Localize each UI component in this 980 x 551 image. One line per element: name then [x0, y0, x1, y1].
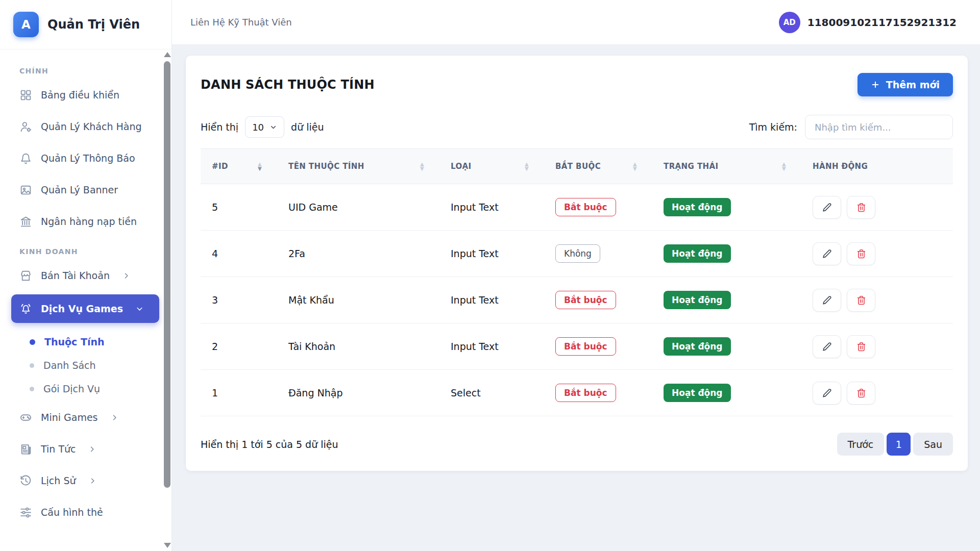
cell-id: 3 [201, 277, 277, 323]
cell-name: Đăng Nhập [277, 370, 439, 416]
delete-button[interactable] [847, 196, 875, 219]
cell-id: 2 [201, 323, 277, 370]
submenu-item-danh-sach[interactable]: Danh Sách [11, 354, 159, 377]
search-control: Tìm kiếm: [749, 115, 953, 139]
trash-icon [856, 248, 867, 259]
sidebar-item-mini-games[interactable]: Mini Games [11, 405, 159, 430]
sidebar-item-customers[interactable]: Quản Lý Khách Hàng [11, 114, 159, 139]
cell-actions [801, 323, 953, 370]
cell-required: Bắt buộc [544, 370, 652, 416]
sliders-icon [19, 506, 32, 519]
row-actions [813, 289, 942, 312]
scroll-down-arrow-icon[interactable] [164, 543, 171, 548]
section-label: CHÍNH [19, 67, 159, 75]
sidebar-item-sell-accounts[interactable]: Bán Tài Khoản [11, 263, 159, 288]
status-badge: Hoạt động [664, 244, 731, 263]
add-new-button[interactable]: Thêm mới [857, 73, 953, 96]
page-length-select[interactable]: 10 [245, 116, 284, 138]
delete-button[interactable] [847, 382, 875, 405]
pencil-icon [822, 202, 832, 213]
attributes-table: #ID▲▼TÊN THUỘC TÍNH▲▼LOẠI▲▼BẮT BUỘC▲▼TRẠ… [201, 148, 953, 416]
search-input[interactable] [805, 115, 953, 139]
row-actions [813, 196, 942, 219]
submenu-item-label: Gói Dịch Vụ [43, 383, 100, 394]
cell-status: Hoạt động [652, 277, 801, 323]
sidebar-nav: CHÍNHBảng điều khiểnQuản Lý Khách HàngQu… [0, 49, 172, 525]
sidebar-item-bank-topup[interactable]: Ngân hàng nạp tiền [11, 209, 159, 234]
table-row: 2Tài KhoảnInput TextBắt buộcHoạt động [201, 323, 953, 370]
sidebar-item-news[interactable]: Tin Tức [11, 436, 159, 462]
plus-icon [871, 80, 880, 89]
required-badge: Không [555, 244, 600, 263]
trash-icon [856, 295, 867, 306]
user-gear-icon [19, 120, 32, 133]
required-badge: Bắt buộc [555, 198, 616, 216]
cell-type: Input Text [439, 277, 544, 323]
delete-button[interactable] [847, 242, 875, 265]
table-row: 3Mật KhẩuInput TextBắt buộcHoạt động [201, 277, 953, 323]
chevron-right-icon [121, 271, 131, 281]
prev-page-button[interactable]: Trước [837, 433, 885, 456]
chevron-down-icon [270, 123, 277, 131]
edit-button[interactable] [813, 289, 841, 312]
column-header-lo-i[interactable]: LOẠI▲▼ [439, 149, 544, 184]
sidebar-item-card-config[interactable]: Cấu hình thẻ [11, 499, 159, 525]
cell-status: Hoạt động [652, 323, 801, 370]
sidebar-section: KINH DOANHBán Tài KhoảnDịch Vụ GamesThuộ… [11, 247, 159, 525]
edit-button[interactable] [813, 382, 841, 405]
scroll-up-arrow-icon[interactable] [164, 52, 171, 57]
length-value: 10 [252, 122, 264, 133]
main-area: Liên Hệ Kỹ Thuật Viên AD 118009102117152… [172, 0, 980, 551]
column-header-b-t-bu-c[interactable]: BẮT BUỘC▲▼ [544, 149, 652, 184]
chevron-right-icon [88, 476, 97, 486]
table-footer: Hiển thị 1 tới 5 của 5 dữ liệu Trước 1 S… [201, 416, 953, 456]
news-icon [19, 443, 32, 456]
sort-arrows-icon[interactable]: ▲▼ [782, 162, 786, 171]
edit-button[interactable] [813, 196, 841, 219]
sidebar-item-label: Lịch Sử [41, 475, 76, 486]
user-menu[interactable]: AD 118009102117152921312 [779, 12, 957, 33]
sidebar-item-history[interactable]: Lịch Sử [11, 468, 159, 493]
column-header-tr-ng-th-i[interactable]: TRẠNG THÁI▲▼ [652, 149, 801, 184]
cell-id: 4 [201, 231, 277, 277]
contact-technician-link[interactable]: Liên Hệ Kỹ Thuật Viên [190, 17, 292, 28]
section-label: KINH DOANH [19, 247, 159, 256]
sort-arrows-icon[interactable]: ▲▼ [525, 162, 529, 171]
page-1-button[interactable]: 1 [887, 433, 911, 456]
scrollbar-thumb[interactable] [164, 61, 170, 488]
sort-arrows-icon[interactable]: ▲▼ [258, 162, 262, 171]
edit-button[interactable] [813, 335, 841, 358]
delete-button[interactable] [847, 335, 875, 358]
sort-arrows-icon[interactable]: ▲▼ [420, 162, 424, 171]
sidebar-item-game-services[interactable]: Dịch Vụ Games [11, 294, 159, 323]
history-icon [19, 474, 32, 487]
brand-title: Quản Trị Viên [47, 17, 140, 32]
submenu-item-thuoc-tinh[interactable]: Thuộc Tính [11, 330, 159, 354]
column-header--id[interactable]: #ID▲▼ [201, 149, 277, 184]
logo-letter: A [21, 18, 31, 31]
sidebar-item-label: Cấu hình thẻ [41, 507, 103, 518]
sort-arrows-icon[interactable]: ▲▼ [633, 162, 637, 171]
next-page-button[interactable]: Sau [913, 433, 953, 456]
edit-button[interactable] [813, 242, 841, 265]
sidebar-item-label: Ngân hàng nạp tiền [41, 216, 137, 227]
gamepad-icon [19, 411, 32, 424]
length-label-after: dữ liệu [291, 121, 324, 133]
sidebar-item-label: Quản Lý Thông Báo [41, 153, 135, 164]
bell-ring-icon [19, 303, 32, 315]
delete-button[interactable] [847, 289, 875, 312]
column-header-t-n-thu-c-t-nh[interactable]: TÊN THUỘC TÍNH▲▼ [277, 149, 439, 184]
avatar[interactable]: AD [779, 12, 800, 33]
sidebar-item-label: Tin Tức [41, 443, 76, 455]
submenu-item-goi-dich-vu[interactable]: Gói Dịch Vụ [11, 377, 159, 400]
card-header: DANH SÁCH THUỘC TÍNH Thêm mới [201, 73, 953, 96]
cell-actions [801, 370, 953, 416]
sidebar-item-label: Quản Lý Banner [41, 184, 118, 195]
page-title: DANH SÁCH THUỘC TÍNH [201, 78, 375, 92]
sidebar-item-banner[interactable]: Quản Lý Banner [11, 177, 159, 203]
sidebar-item-dashboard[interactable]: Bảng điều khiển [11, 82, 159, 108]
sidebar-item-notifications[interactable]: Quản Lý Thông Báo [11, 145, 159, 171]
cell-type: Select [439, 370, 544, 416]
cell-required: Không [544, 231, 652, 277]
trash-icon [856, 202, 867, 213]
